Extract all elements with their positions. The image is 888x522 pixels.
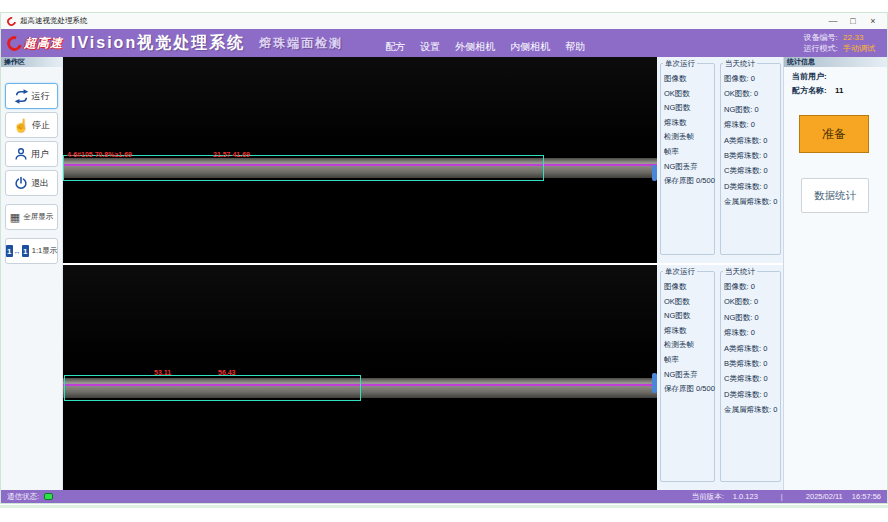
stop-button[interactable]: ☝ 停止: [5, 112, 58, 138]
stats-section-inner: 单次运行 图像数OK图数NG图数熔珠数检测丢帧帧率NG图丢弃保存原图 0/500…: [657, 265, 783, 490]
comm-status-indicator: [44, 493, 53, 500]
maximize-button[interactable]: □: [843, 14, 863, 28]
stat-item: NG图数: [664, 103, 714, 118]
stat-item: B类熔珠数: 0: [724, 151, 780, 166]
status-date: 2025/02/11: [806, 492, 843, 501]
user-button-label: 用户: [31, 148, 49, 161]
comm-status-label: 通信状态:: [7, 492, 39, 502]
fullscreen-grid-icon: ▦: [10, 212, 20, 223]
measurement-annotation: 53.11: [154, 369, 171, 376]
app-header: 超高速 IVision视觉处理系统 熔珠端面检测 配方设置外侧相机内侧相机帮助 …: [1, 29, 887, 57]
stat-item: 检测丢帧: [664, 340, 714, 355]
window-bottom-edge: [0, 505, 888, 508]
current-user-label: 当前用户:: [792, 72, 827, 81]
measurement-annotation: 21.57 41.69: [213, 151, 250, 158]
run-mode-label: 运行模式:: [804, 44, 838, 53]
stat-item: A类熔珠数: 0: [724, 344, 780, 359]
daily-stats-groupbox: 当天统计 图像数: 0OK图数: 0NG图数: 0熔珠数: 0A类熔珠数: 0B…: [720, 63, 781, 255]
stat-item: 保存原图 0/500: [664, 384, 714, 399]
single-run-list: 图像数OK图数NG图数熔珠数检测丢帧帧率NG图丢弃保存原图 0/500: [664, 74, 714, 191]
camera-viewports: 4-6#105 70.8%≥1.69 21.57 41.69 53.11 56.…: [63, 57, 657, 490]
camera-view-outer: 4-6#105 70.8%≥1.69 21.57 41.69: [63, 57, 657, 263]
hand-stop-icon: ☝: [13, 119, 29, 132]
one-to-one-button-label: 1:1显示: [32, 246, 57, 256]
stat-item: 熔珠数: 0: [724, 120, 780, 135]
daily-stats-title: 当天统计: [723, 59, 757, 69]
brand-swoosh-icon: [4, 33, 24, 53]
stat-item: 图像数: [664, 282, 714, 297]
stat-item: NG图数: 0: [724, 105, 780, 120]
recipe-name-label: 配方名称:: [792, 86, 827, 95]
window-titlebar: 超高速视觉处理系统 — □ ×: [1, 13, 887, 29]
recipe-name-row: 配方名称: 11: [792, 85, 843, 96]
stat-item: NG图丢弃: [664, 370, 714, 385]
status-time: 16:57:56: [852, 492, 881, 501]
exit-button[interactable]: 退出: [5, 170, 58, 196]
single-run-groupbox: 单次运行 图像数OK图数NG图数熔珠数检测丢帧帧率NG图丢弃保存原图 0/500: [660, 63, 715, 255]
window-title: 超高速视觉处理系统: [20, 16, 88, 26]
single-run-groupbox: 单次运行 图像数OK图数NG图数熔珠数检测丢帧帧率NG图丢弃保存原图 0/500: [660, 271, 715, 482]
current-user-row: 当前用户:: [792, 71, 827, 82]
viewport-scrollbar-thumb[interactable]: [652, 373, 657, 393]
run-button-label: 运行: [32, 90, 50, 103]
version-value: 1.0.123: [733, 492, 758, 501]
stat-item: B类熔珠数: 0: [724, 359, 780, 374]
teal-roi-rectangle: [63, 155, 544, 181]
menu-item[interactable]: 内侧相机: [510, 40, 550, 54]
stat-item: A类熔珠数: 0: [724, 136, 780, 151]
stat-item: 帧率: [664, 147, 714, 162]
stat-item: 金属屑熔珠数: 0: [724, 405, 780, 420]
sidebar-buttons: 运行 ☝ 停止 用户: [1, 67, 62, 267]
statistics-column: 单次运行 图像数OK图数NG图数熔珠数检测丢帧帧率NG图丢弃保存原图 0/500…: [657, 57, 783, 490]
minimize-button[interactable]: —: [823, 14, 843, 28]
camera-view-inner: 53.11 56.43: [63, 265, 657, 490]
stat-item: OK图数: [664, 297, 714, 312]
one-to-one-button[interactable]: 1↔1 1:1显示: [5, 238, 58, 264]
run-mode-value: 手动调试: [843, 44, 875, 53]
statistics-info-panel: 统计信息 当前用户: 配方名称: 11 准备 数据统计: [783, 57, 887, 490]
measurement-annotation: 56.43: [218, 369, 236, 376]
stat-item: NG图丢弃: [664, 162, 714, 177]
fullscreen-button[interactable]: ▦ 全屏显示: [5, 204, 58, 230]
close-button[interactable]: ×: [863, 14, 883, 28]
status-separator: |: [781, 492, 783, 501]
daily-stats-groupbox: 当天统计 图像数: 0OK图数: 0NG图数: 0熔珠数: 0A类熔珠数: 0B…: [720, 271, 781, 482]
stat-item: D类熔珠数: 0: [724, 182, 780, 197]
statistics-info-title: 统计信息: [784, 57, 887, 67]
daily-stats-list: 图像数: 0OK图数: 0NG图数: 0熔珠数: 0A类熔珠数: 0B类熔珠数:…: [724, 282, 780, 421]
single-run-list: 图像数OK图数NG图数熔珠数检测丢帧帧率NG图丢弃保存原图 0/500: [664, 282, 714, 399]
stat-item: OK图数: 0: [724, 297, 780, 312]
menu-item[interactable]: 设置: [420, 40, 440, 54]
run-button[interactable]: 运行: [5, 83, 58, 109]
exit-button-label: 退出: [31, 177, 49, 190]
single-run-title: 单次运行: [663, 267, 697, 277]
daily-stats-title: 当天统计: [723, 267, 757, 277]
fullscreen-button-label: 全屏显示: [23, 212, 53, 222]
data-statistics-button[interactable]: 数据统计: [801, 178, 869, 213]
stat-item: 熔珠数: [664, 326, 714, 341]
screenshot-root: 超高速视觉处理系统 — □ × 超高速 IVision视觉处理系统 熔珠端面检测…: [0, 0, 888, 522]
menu-item[interactable]: 帮助: [565, 40, 585, 54]
stat-item: 熔珠数: 0: [724, 328, 780, 343]
main-area: 操作区 运行 ☝: [1, 57, 887, 490]
prepare-button[interactable]: 准备: [799, 115, 869, 153]
menu-item[interactable]: 外侧相机: [455, 40, 495, 54]
app-subtitle: 熔珠端面检测: [259, 35, 343, 52]
stat-item: 熔珠数: [664, 118, 714, 133]
stat-item: NG图数: 0: [724, 313, 780, 328]
user-button[interactable]: 用户: [5, 141, 58, 167]
recipe-name-value: 11: [835, 86, 843, 95]
menu-item[interactable]: 配方: [385, 40, 405, 54]
sidebar-title: 操作区: [1, 57, 62, 67]
stat-item: OK图数: 0: [724, 89, 780, 104]
app-title: IVision视觉处理系统: [71, 33, 245, 54]
stat-item: C类熔珠数: 0: [724, 374, 780, 389]
stats-section-outer: 单次运行 图像数OK图数NG图数熔珠数检测丢帧帧率NG图丢弃保存原图 0/500…: [657, 57, 783, 263]
status-bar-right: 当前版本: 1.0.123 | 2025/02/11 16:57:56: [683, 492, 881, 502]
stop-button-label: 停止: [32, 119, 50, 132]
stat-item: C类熔珠数: 0: [724, 166, 780, 181]
viewport-scrollbar-thumb[interactable]: [652, 165, 657, 181]
device-number-value: 22-33: [843, 33, 863, 42]
stat-item: 保存原图 0/500: [664, 176, 714, 191]
version-label: 当前版本:: [692, 492, 724, 502]
